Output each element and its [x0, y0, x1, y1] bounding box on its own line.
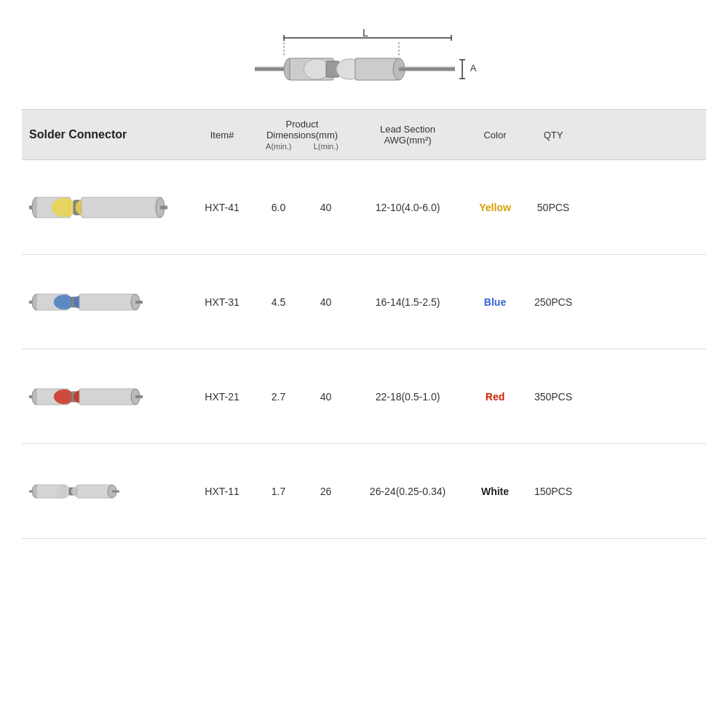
table-body: HXT-41 6.0 40 12-10(4.0-6.0) Yellow 50PC…	[22, 160, 706, 539]
table-header: Solder Connector Item# Product Dimension…	[22, 109, 706, 160]
item-number: HXT-21	[189, 391, 255, 403]
header-connector: Solder Connector	[29, 128, 189, 141]
dim-l: 40	[302, 296, 349, 308]
quantity: 350PCS	[524, 391, 582, 403]
color-label: Yellow	[466, 202, 524, 213]
dim-a: 4.5	[255, 296, 302, 308]
svg-rect-54	[77, 485, 112, 498]
svg-rect-13	[355, 58, 399, 80]
dim-l: 26	[302, 486, 349, 497]
dim-l: 40	[302, 391, 349, 403]
quantity: 50PCS	[524, 202, 582, 213]
header-dimensions: Product Dimensions(mm) A(min.) L(min.)	[255, 119, 349, 151]
connector-image	[29, 470, 189, 513]
lead-section: 16-14(1.5-2.5)	[349, 296, 466, 308]
lead-section: 26-24(0.25-0.34)	[349, 486, 466, 497]
color-label: Red	[466, 391, 524, 403]
dim-a: 6.0	[255, 202, 302, 213]
connector-image	[29, 277, 189, 328]
header-qty: QTY	[524, 130, 582, 141]
svg-text:A: A	[470, 63, 477, 74]
page: L A	[0, 0, 728, 728]
item-number: HXT-11	[189, 486, 255, 497]
header-lead: Lead Section AWG(mm²)	[349, 124, 466, 146]
item-number: HXT-41	[189, 202, 255, 213]
item-number: HXT-31	[189, 296, 255, 308]
table-row: HXT-41 6.0 40 12-10(4.0-6.0) Yellow 50PC…	[22, 160, 706, 255]
color-label: Blue	[466, 296, 524, 308]
diagram-section: L A	[22, 15, 706, 102]
quantity: 250PCS	[524, 296, 582, 308]
table-row: HXT-21 2.7 40 22-18(0.5-1.0) Red 350PCS	[22, 349, 706, 444]
header-color: Color	[466, 130, 524, 141]
connector-image	[29, 371, 189, 422]
connector-image	[29, 179, 189, 236]
svg-rect-27	[82, 197, 160, 218]
table-row: HXT-31 4.5 40 16-14(1.5-2.5) Blue 250PCS	[22, 255, 706, 349]
dim-a: 1.7	[255, 486, 302, 497]
color-label: White	[466, 486, 524, 497]
dim-a: 2.7	[255, 391, 302, 403]
lead-section: 12-10(4.0-6.0)	[349, 202, 466, 213]
dim-l: 40	[302, 202, 349, 213]
dimension-diagram: L A	[240, 29, 488, 95]
svg-text:L: L	[363, 29, 368, 39]
lead-section: 22-18(0.5-1.0)	[349, 391, 466, 403]
table-row: HXT-11 1.7 26 26-24(0.25-0.34) White 150…	[22, 444, 706, 539]
header-item: Item#	[189, 130, 255, 141]
svg-rect-36	[79, 294, 135, 310]
quantity: 150PCS	[524, 486, 582, 497]
svg-rect-45	[79, 389, 135, 405]
svg-point-24	[52, 198, 76, 217]
